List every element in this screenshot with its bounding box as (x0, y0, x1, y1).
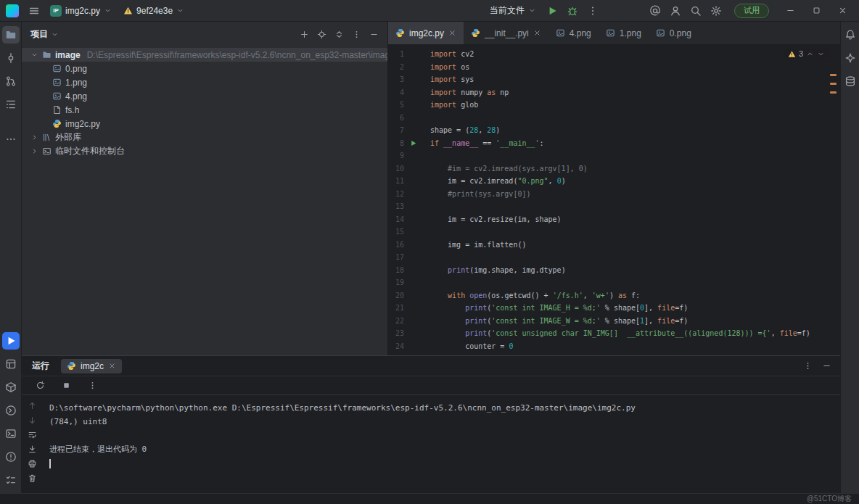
tree-item-fs.h[interactable]: fs.h (22, 103, 387, 117)
chevron-down-icon (104, 7, 112, 15)
console-line (49, 456, 834, 470)
terminal-tool-button[interactable] (2, 425, 20, 442)
tab-close-icon[interactable] (533, 29, 541, 37)
tab-close-icon[interactable] (448, 29, 456, 37)
window-maximize-button[interactable] (804, 0, 829, 22)
console-output[interactable]: D:\software\pycharm\python\python.exe D:… (42, 395, 840, 493)
editor-tab-img2c.py[interactable]: img2c.py (388, 22, 464, 44)
search-everywhere-button[interactable] (686, 1, 705, 20)
gutter (404, 73, 430, 86)
collaborate-button[interactable] (666, 1, 685, 20)
tree-item-外部库[interactable]: 外部库 (22, 131, 387, 144)
code-line: 8if __name__ == '__main__': (388, 137, 831, 150)
tree-item-label: 4.png (65, 91, 87, 102)
run-panel-options-button[interactable] (800, 358, 815, 374)
database-tool-button[interactable] (842, 73, 859, 90)
image-icon (556, 28, 565, 38)
add-button[interactable] (296, 26, 312, 42)
inspections-widget[interactable]: 3 (784, 49, 829, 59)
tab-close-icon[interactable] (108, 362, 116, 370)
line-number: 24 (388, 340, 404, 353)
editor-tab-0.png[interactable]: 0.png (649, 22, 699, 44)
soft-wrap-icon[interactable] (28, 430, 37, 439)
main-menu-button[interactable] (25, 1, 44, 20)
editor-tab-1.png[interactable]: 1.png (599, 22, 649, 44)
commit-tool-button[interactable] (2, 49, 20, 67)
run-more-button[interactable] (583, 1, 602, 20)
stop-button[interactable] (58, 378, 74, 394)
code-with-me-button[interactable] (646, 1, 665, 20)
code-text: if __name__ == '__main__': (430, 137, 544, 150)
code-line: 23 print('const unsigned char IN_IMG[] _… (388, 327, 831, 340)
code-area[interactable]: 1import cv22import os3import sys4import … (388, 45, 831, 355)
chevron-down-icon[interactable] (817, 50, 825, 58)
trial-button[interactable]: 试用 (734, 4, 769, 18)
tree-item-label: fs.h (65, 105, 79, 115)
run-panel-header: 运行 img2c (22, 356, 840, 376)
rerun-icon (36, 381, 45, 390)
tree-item-label: 临时文件和控制台 (55, 145, 125, 157)
todo-icon (5, 474, 17, 486)
tree-item-img2c.py[interactable]: img2c.py (22, 117, 387, 131)
chevron-right-icon (30, 147, 38, 155)
scrollbar-warning-mark[interactable] (830, 83, 837, 85)
services-tool-button[interactable] (2, 355, 20, 373)
todo-tool-button[interactable] (2, 471, 20, 489)
tree-item-临时文件和控制台[interactable]: 临时文件和控制台 (22, 144, 387, 158)
code-line: 21 print('const int IMAGE_H = %d;' % sha… (388, 302, 831, 315)
run-toolbar-more-button[interactable] (84, 378, 100, 394)
ai-assistant-tool-button[interactable] (842, 49, 859, 67)
gutter (404, 175, 430, 188)
scroll-up-icon[interactable] (28, 401, 37, 410)
run-tab-img2c[interactable]: img2c (61, 359, 122, 373)
tree-item-4.png[interactable]: 4.png (22, 89, 387, 103)
clear-console-icon[interactable] (28, 474, 37, 483)
settings-button[interactable] (707, 1, 726, 20)
print-icon[interactable] (28, 459, 37, 468)
tree-item-0.png[interactable]: 0.png (22, 62, 387, 75)
run-panel: 运行 img2c D:\s (22, 355, 840, 493)
line-number: 18 (388, 264, 404, 277)
vcs-widget[interactable]: 9ef24e3e (118, 4, 189, 18)
chevron-down-icon[interactable] (51, 30, 59, 38)
hide-run-panel-button[interactable] (818, 358, 834, 374)
line-number: 23 (388, 327, 404, 340)
project-tree[interactable]: imageD:\Espressif\Espressif\frameworks\e… (22, 46, 387, 355)
scrollbar-warning-mark[interactable] (830, 74, 837, 76)
panel-options-button[interactable] (348, 26, 364, 42)
debug-button[interactable] (563, 1, 582, 20)
structure-tool-button[interactable] (2, 96, 20, 113)
python-console-tool-button[interactable] (2, 402, 20, 419)
run-tool-button[interactable] (2, 332, 20, 350)
scroll-down-icon[interactable] (28, 416, 37, 425)
line-number: 8 (388, 137, 404, 150)
editor-tab-__init__.pyi[interactable]: __init__.pyi (464, 22, 548, 44)
tree-item-1.png[interactable]: 1.png (22, 75, 387, 89)
run-line-icon[interactable] (409, 139, 417, 147)
problems-tool-button[interactable] (2, 448, 20, 466)
rerun-button[interactable] (32, 378, 48, 394)
project-tool-button[interactable] (2, 26, 20, 44)
scroll-to-end-icon[interactable] (28, 445, 37, 454)
tree-item-image[interactable]: imageD:\Espressif\Espressif\frameworks\e… (22, 48, 387, 62)
editor-tab-4.png[interactable]: 4.png (548, 22, 599, 44)
console-line: 进程已结束，退出代码为 0 (49, 442, 834, 456)
gutter (404, 61, 430, 74)
more-tool-windows-button[interactable] (2, 131, 20, 148)
window-minimize-button[interactable] (778, 0, 802, 22)
window-close-button[interactable] (830, 0, 855, 22)
gear-icon (710, 5, 722, 17)
chevron-up-icon[interactable] (806, 50, 814, 58)
warning-count: 3 (799, 49, 803, 58)
collapse-all-button[interactable] (331, 26, 347, 42)
locate-file-button[interactable] (313, 26, 329, 42)
notifications-tool-button[interactable] (842, 26, 859, 44)
scrollbar-warning-mark[interactable] (830, 91, 837, 94)
python-packages-tool-button[interactable] (2, 379, 20, 396)
hide-panel-button[interactable] (366, 26, 382, 42)
run-config-selector[interactable]: 当前文件 (485, 2, 541, 19)
run-button[interactable] (543, 1, 562, 20)
pull-requests-tool-button[interactable] (2, 73, 20, 90)
close-icon (838, 6, 847, 15)
project-widget[interactable]: IP img2c.py (45, 3, 117, 19)
